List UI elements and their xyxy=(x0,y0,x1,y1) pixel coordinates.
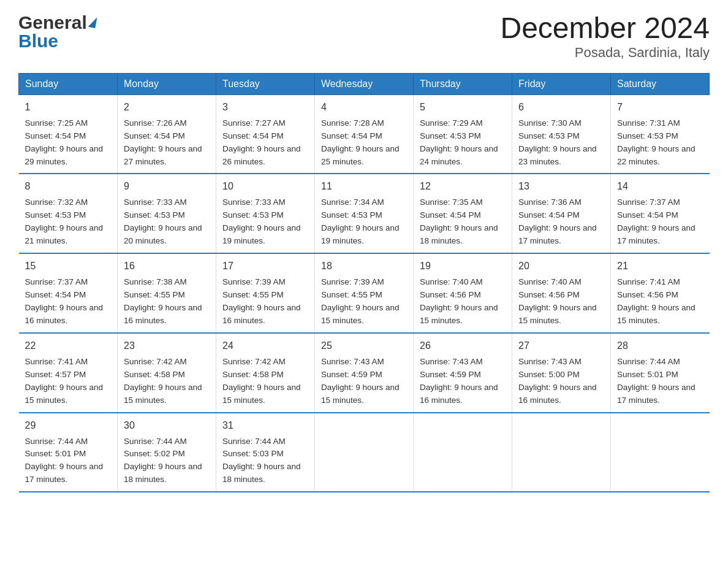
column-header-monday: Monday xyxy=(118,73,216,94)
day-number: 13 xyxy=(518,179,604,194)
day-number: 14 xyxy=(617,179,703,194)
day-info: Sunrise: 7:43 AMSunset: 4:59 PMDaylight:… xyxy=(321,356,407,407)
day-number: 7 xyxy=(617,100,703,115)
column-header-friday: Friday xyxy=(512,73,611,94)
calendar-cell: 22Sunrise: 7:41 AMSunset: 4:57 PMDayligh… xyxy=(19,333,118,413)
day-info: Sunrise: 7:40 AMSunset: 4:56 PMDaylight:… xyxy=(518,276,604,327)
calendar-cell: 27Sunrise: 7:43 AMSunset: 5:00 PMDayligh… xyxy=(512,333,611,413)
day-number: 10 xyxy=(222,179,308,194)
day-number: 2 xyxy=(124,100,210,115)
calendar-week-row: 29Sunrise: 7:44 AMSunset: 5:01 PMDayligh… xyxy=(19,413,710,492)
day-number: 4 xyxy=(321,100,407,115)
calendar-cell: 3Sunrise: 7:27 AMSunset: 4:54 PMDaylight… xyxy=(216,94,315,174)
calendar-cell: 2Sunrise: 7:26 AMSunset: 4:54 PMDaylight… xyxy=(118,94,216,174)
calendar-header-row: SundayMondayTuesdayWednesdayThursdayFrid… xyxy=(19,73,710,94)
day-info: Sunrise: 7:36 AMSunset: 4:54 PMDaylight:… xyxy=(518,196,604,248)
day-info: Sunrise: 7:25 AMSunset: 4:54 PMDaylight:… xyxy=(25,117,112,169)
calendar-cell: 17Sunrise: 7:39 AMSunset: 4:55 PMDayligh… xyxy=(216,253,315,333)
day-number: 18 xyxy=(321,259,407,274)
day-info: Sunrise: 7:32 AMSunset: 4:53 PMDaylight:… xyxy=(25,196,112,248)
day-info: Sunrise: 7:29 AMSunset: 4:53 PMDaylight:… xyxy=(420,117,506,169)
calendar-subtitle: Posada, Sardinia, Italy xyxy=(500,45,710,61)
calendar-cell: 15Sunrise: 7:37 AMSunset: 4:54 PMDayligh… xyxy=(19,253,118,333)
day-number: 28 xyxy=(617,339,703,353)
column-header-wednesday: Wednesday xyxy=(315,73,414,94)
day-info: Sunrise: 7:33 AMSunset: 4:53 PMDaylight:… xyxy=(222,196,308,248)
calendar-table: SundayMondayTuesdayWednesdayThursdayFrid… xyxy=(18,73,710,492)
calendar-cell: 11Sunrise: 7:34 AMSunset: 4:53 PMDayligh… xyxy=(315,174,414,253)
day-info: Sunrise: 7:26 AMSunset: 4:54 PMDaylight:… xyxy=(124,117,210,169)
day-info: Sunrise: 7:30 AMSunset: 4:53 PMDaylight:… xyxy=(518,117,604,169)
day-info: Sunrise: 7:34 AMSunset: 4:53 PMDaylight:… xyxy=(321,196,407,248)
calendar-cell: 10Sunrise: 7:33 AMSunset: 4:53 PMDayligh… xyxy=(216,174,315,253)
day-info: Sunrise: 7:44 AMSunset: 5:01 PMDaylight:… xyxy=(25,435,112,487)
day-info: Sunrise: 7:27 AMSunset: 4:54 PMDaylight:… xyxy=(222,117,308,169)
column-header-thursday: Thursday xyxy=(414,73,512,94)
day-info: Sunrise: 7:42 AMSunset: 4:58 PMDaylight:… xyxy=(124,356,210,407)
calendar-week-row: 1Sunrise: 7:25 AMSunset: 4:54 PMDaylight… xyxy=(19,94,710,174)
calendar-cell: 26Sunrise: 7:43 AMSunset: 4:59 PMDayligh… xyxy=(414,333,512,413)
calendar-cell: 14Sunrise: 7:37 AMSunset: 4:54 PMDayligh… xyxy=(611,174,710,253)
day-number: 19 xyxy=(420,259,506,274)
calendar-week-row: 22Sunrise: 7:41 AMSunset: 4:57 PMDayligh… xyxy=(19,333,710,413)
day-number: 17 xyxy=(222,259,308,274)
logo: General Blue xyxy=(18,12,96,52)
calendar-cell: 20Sunrise: 7:40 AMSunset: 4:56 PMDayligh… xyxy=(512,253,611,333)
day-info: Sunrise: 7:39 AMSunset: 4:55 PMDaylight:… xyxy=(321,276,407,327)
calendar-cell: 23Sunrise: 7:42 AMSunset: 4:58 PMDayligh… xyxy=(118,333,216,413)
day-info: Sunrise: 7:43 AMSunset: 5:00 PMDaylight:… xyxy=(518,356,604,407)
day-number: 29 xyxy=(25,418,112,433)
calendar-cell: 25Sunrise: 7:43 AMSunset: 4:59 PMDayligh… xyxy=(315,333,414,413)
calendar-cell: 28Sunrise: 7:44 AMSunset: 5:01 PMDayligh… xyxy=(611,333,710,413)
calendar-cell: 4Sunrise: 7:28 AMSunset: 4:54 PMDaylight… xyxy=(315,94,414,174)
day-info: Sunrise: 7:39 AMSunset: 4:55 PMDaylight:… xyxy=(222,276,308,327)
day-info: Sunrise: 7:37 AMSunset: 4:54 PMDaylight:… xyxy=(25,276,112,327)
calendar-cell: 6Sunrise: 7:30 AMSunset: 4:53 PMDaylight… xyxy=(512,94,611,174)
calendar-cell: 19Sunrise: 7:40 AMSunset: 4:56 PMDayligh… xyxy=(414,253,512,333)
day-info: Sunrise: 7:35 AMSunset: 4:54 PMDaylight:… xyxy=(420,196,506,248)
logo-triangle-icon xyxy=(88,16,97,28)
day-number: 1 xyxy=(25,100,112,115)
calendar-cell: 31Sunrise: 7:44 AMSunset: 5:03 PMDayligh… xyxy=(216,413,315,492)
calendar-cell: 5Sunrise: 7:29 AMSunset: 4:53 PMDaylight… xyxy=(414,94,512,174)
logo-blue-text: Blue xyxy=(18,31,96,52)
calendar-cell: 29Sunrise: 7:44 AMSunset: 5:01 PMDayligh… xyxy=(19,413,118,492)
day-number: 22 xyxy=(25,339,112,353)
calendar-cell: 12Sunrise: 7:35 AMSunset: 4:54 PMDayligh… xyxy=(414,174,512,253)
day-info: Sunrise: 7:44 AMSunset: 5:01 PMDaylight:… xyxy=(617,356,703,407)
day-info: Sunrise: 7:38 AMSunset: 4:55 PMDaylight:… xyxy=(124,276,210,327)
title-block: December 2024 Posada, Sardinia, Italy xyxy=(500,12,710,61)
calendar-title: December 2024 xyxy=(500,12,710,45)
calendar-week-row: 15Sunrise: 7:37 AMSunset: 4:54 PMDayligh… xyxy=(19,253,710,333)
calendar-cell: 7Sunrise: 7:31 AMSunset: 4:53 PMDaylight… xyxy=(611,94,710,174)
day-number: 30 xyxy=(124,418,210,433)
day-number: 5 xyxy=(420,100,506,115)
day-info: Sunrise: 7:37 AMSunset: 4:54 PMDaylight:… xyxy=(617,196,703,248)
calendar-cell: 9Sunrise: 7:33 AMSunset: 4:53 PMDaylight… xyxy=(118,174,216,253)
day-number: 31 xyxy=(222,418,308,433)
day-number: 6 xyxy=(518,100,604,115)
day-number: 12 xyxy=(420,179,506,194)
day-number: 24 xyxy=(222,339,308,353)
day-info: Sunrise: 7:28 AMSunset: 4:54 PMDaylight:… xyxy=(321,117,407,169)
day-number: 23 xyxy=(124,339,210,353)
calendar-cell: 21Sunrise: 7:41 AMSunset: 4:56 PMDayligh… xyxy=(611,253,710,333)
column-header-tuesday: Tuesday xyxy=(216,73,315,94)
column-header-sunday: Sunday xyxy=(19,73,118,94)
calendar-cell: 8Sunrise: 7:32 AMSunset: 4:53 PMDaylight… xyxy=(19,174,118,253)
day-number: 27 xyxy=(518,339,604,353)
day-info: Sunrise: 7:40 AMSunset: 4:56 PMDaylight:… xyxy=(420,276,506,327)
logo-general-text: General xyxy=(18,12,87,33)
day-number: 3 xyxy=(222,100,308,115)
calendar-cell: 30Sunrise: 7:44 AMSunset: 5:02 PMDayligh… xyxy=(118,413,216,492)
day-number: 25 xyxy=(321,339,407,353)
day-info: Sunrise: 7:31 AMSunset: 4:53 PMDaylight:… xyxy=(617,117,703,169)
calendar-cell: 18Sunrise: 7:39 AMSunset: 4:55 PMDayligh… xyxy=(315,253,414,333)
calendar-cell: 16Sunrise: 7:38 AMSunset: 4:55 PMDayligh… xyxy=(118,253,216,333)
day-info: Sunrise: 7:44 AMSunset: 5:03 PMDaylight:… xyxy=(222,435,308,487)
calendar-week-row: 8Sunrise: 7:32 AMSunset: 4:53 PMDaylight… xyxy=(19,174,710,253)
day-number: 8 xyxy=(25,179,112,194)
calendar-cell: 1Sunrise: 7:25 AMSunset: 4:54 PMDaylight… xyxy=(19,94,118,174)
day-number: 16 xyxy=(124,259,210,274)
calendar-cell xyxy=(414,413,512,492)
